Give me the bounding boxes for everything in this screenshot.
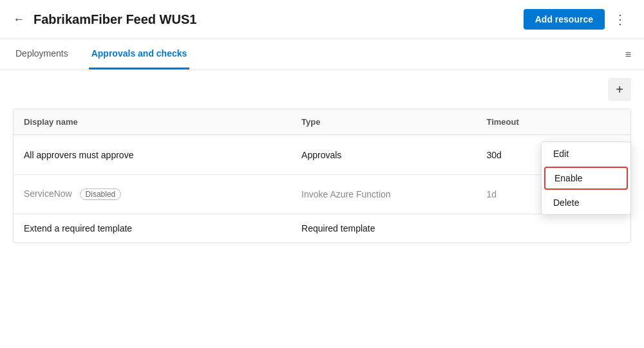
cell-timeout-3 (476, 214, 569, 243)
tabs-bar: Deployments Approvals and checks ≡ (0, 39, 644, 70)
cell-display-name-3: Extend a required template (14, 214, 291, 243)
back-button[interactable]: ← (10, 10, 27, 29)
col-header-action (569, 109, 630, 135)
cell-type-2: Invoke Azure Function (291, 175, 476, 214)
filter-icon[interactable]: ≡ (625, 49, 631, 60)
col-header-type: Type (291, 109, 476, 135)
header: ← FabrikamFiber Feed WUS1 Add resource ⋮ (0, 0, 644, 39)
table-container: Display name Type Timeout All approvers … (13, 109, 631, 243)
tabs-left: Deployments Approvals and checks (13, 39, 207, 69)
add-resource-button[interactable]: Add resource (524, 9, 605, 30)
more-icon: ⋮ (614, 12, 627, 26)
add-check-button[interactable]: + (608, 78, 631, 101)
page-container: ← FabrikamFiber Feed WUS1 Add resource ⋮… (0, 0, 644, 348)
timeout-value-1: 30d (486, 150, 501, 160)
col-header-timeout: Timeout (476, 109, 569, 135)
table-row: Extend a required template Required temp… (14, 214, 630, 243)
back-icon: ← (13, 13, 24, 26)
cell-display-name-2: ServiceNow Disabled (14, 175, 291, 214)
dropdown-item-edit[interactable]: Edit (542, 142, 630, 165)
tab-deployments[interactable]: Deployments (13, 39, 71, 69)
cell-action-3 (569, 214, 630, 243)
add-btn-area: + (0, 70, 644, 109)
col-header-display-name: Display name (14, 109, 291, 135)
header-more-button[interactable]: ⋮ (610, 9, 631, 30)
checks-table: Display name Type Timeout All approvers … (14, 109, 630, 243)
cell-type-1: Approvals (291, 135, 476, 175)
cell-type-3: Required template (291, 214, 476, 243)
plus-icon: + (616, 82, 623, 97)
table-row: ServiceNow Disabled Invoke Azure Functio… (14, 175, 630, 214)
table-header-row: Display name Type Timeout (14, 109, 630, 135)
table-row: All approvers must approve Approvals 30d (14, 135, 630, 175)
display-name-text-2: ServiceNow (24, 188, 72, 199)
header-left: ← FabrikamFiber Feed WUS1 (10, 10, 196, 29)
tab-approvals-and-checks[interactable]: Approvals and checks (89, 39, 190, 69)
header-right: Add resource ⋮ (524, 9, 631, 30)
dropdown-menu: Edit Enable Delete (541, 142, 631, 215)
disabled-badge: Disabled (80, 188, 122, 200)
dropdown-item-enable[interactable]: Enable (544, 167, 628, 190)
dropdown-item-delete[interactable]: Delete (542, 191, 630, 214)
page-title: FabrikamFiber Feed WUS1 (33, 12, 196, 27)
cell-display-name-1: All approvers must approve (14, 135, 291, 175)
